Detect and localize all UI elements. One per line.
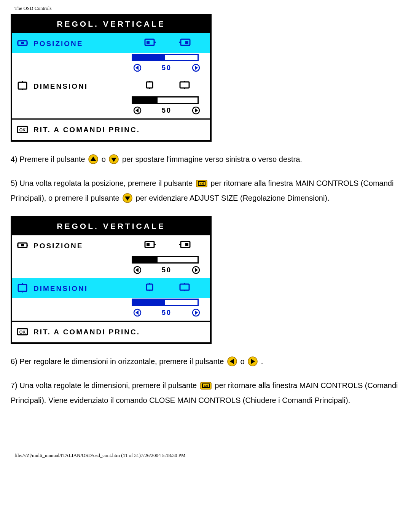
osd2-position-controls: 50 xyxy=(12,255,210,278)
step-7: 7) Una volta regolate le dimensioni, pre… xyxy=(11,379,400,407)
osd1-row-position: POSIZIONE xyxy=(12,33,210,53)
osd2-row-position: POSIZIONE xyxy=(12,235,210,255)
step-6: 6) Per regolare le dimensioni in orizzon… xyxy=(11,355,400,370)
osd1-position-value: 50 xyxy=(162,64,172,71)
right-button-icon xyxy=(248,356,258,370)
svg-text:ad: ad xyxy=(199,182,204,186)
page-footer-path: file:///Z|/multi_manual/ITALIAN/OSD/osd_… xyxy=(14,452,400,459)
osd2-position-label: POSIZIONE xyxy=(33,242,83,249)
up-button-icon xyxy=(88,154,98,168)
step-5: 5) Una volta regolata la posizione, prem… xyxy=(11,177,400,207)
ok-icon xyxy=(17,126,28,133)
osd1-footer-label: RIT. A COMANDI PRINC. xyxy=(33,126,140,133)
p6c: . xyxy=(261,357,263,366)
dim-narrow-icon xyxy=(144,80,154,89)
left-button-icon xyxy=(227,356,237,370)
down-button-icon xyxy=(109,154,119,168)
arrow-right-icon[interactable] xyxy=(192,106,200,115)
osd2-position-value: 50 xyxy=(162,267,172,273)
osd1-title: REGOL. VERTICALE xyxy=(12,15,210,33)
ok-button-icon: ad xyxy=(196,179,207,192)
osd1-position-label: POSIZIONE xyxy=(33,40,83,47)
osd1-dimensions-label: DIMENSIONI xyxy=(33,83,88,90)
osd1-dimensions-value: 50 xyxy=(162,107,172,114)
page-header: The OSD Controls xyxy=(14,5,400,11)
position-icon xyxy=(17,38,28,48)
position-icon xyxy=(17,241,28,251)
osd1-position-controls: 50 xyxy=(12,53,210,76)
p4a: 4) Premere il pulsante xyxy=(11,155,87,163)
dim-narrow-icon xyxy=(144,283,154,291)
osd2-dimensions-bar xyxy=(132,299,199,306)
osd-panel-1: REGOL. VERTICALE POSIZIONE xyxy=(11,14,212,142)
p7a: 7) Una volta regolate le dimensioni, pre… xyxy=(11,381,199,390)
osd1-position-bar xyxy=(132,54,199,61)
osd2-title: REGOL. VERTICALE xyxy=(12,217,210,235)
osd1-dimensions-controls: 50 xyxy=(12,96,210,118)
osd2-dimensions-controls: 50 xyxy=(12,298,210,321)
dimensions-icon xyxy=(17,81,28,91)
p6b: o xyxy=(240,357,247,366)
p5c: per evidenziare ADJUST SIZE (Regolazione… xyxy=(136,194,330,202)
ok-icon xyxy=(17,328,28,335)
pos-right-icon xyxy=(179,240,189,248)
osd2-dimensions-value: 50 xyxy=(162,309,172,316)
p6a: 6) Per regolare le dimensioni in orizzon… xyxy=(11,357,226,366)
dim-wide-icon xyxy=(179,283,189,291)
ok-button-icon: ad xyxy=(200,381,212,394)
osd-panel-2: REGOL. VERTICALE POSIZIONE 50 xyxy=(11,216,212,344)
p4c: per spostare l'immagine verso sinistra o… xyxy=(122,155,302,163)
p4b: o xyxy=(102,155,108,163)
arrow-left-icon[interactable] xyxy=(133,266,142,274)
osd2-position-bar xyxy=(132,256,199,264)
arrow-right-icon[interactable] xyxy=(192,308,200,317)
pos-right-icon xyxy=(179,38,189,46)
arrow-left-icon[interactable] xyxy=(133,308,142,317)
down-button-icon xyxy=(123,193,132,207)
dim-wide-icon xyxy=(179,80,189,89)
arrow-right-icon[interactable] xyxy=(192,266,200,274)
osd1-dimensions-bar xyxy=(132,96,199,104)
osd2-footer[interactable]: RIT. A COMANDI PRINC. xyxy=(12,322,210,342)
step-4: 4) Premere il pulsante o per spostare l'… xyxy=(11,153,400,168)
osd2-footer-label: RIT. A COMANDI PRINC. xyxy=(33,328,140,335)
dimensions-icon xyxy=(17,283,28,293)
osd2-dimensions-label: DIMENSIONI xyxy=(33,285,88,292)
osd1-row-dimensions: DIMENSIONI xyxy=(12,76,210,96)
pos-left-icon xyxy=(144,240,154,248)
pos-left-icon xyxy=(144,38,154,46)
svg-text:ad: ad xyxy=(204,384,208,388)
p5a: 5) Una volta regolata la posizione, prem… xyxy=(11,179,195,187)
osd1-footer[interactable]: RIT. A COMANDI PRINC. xyxy=(12,120,210,140)
osd2-row-dimensions: DIMENSIONI xyxy=(12,278,210,298)
arrow-left-icon[interactable] xyxy=(133,64,142,72)
arrow-right-icon[interactable] xyxy=(192,64,200,72)
arrow-left-icon[interactable] xyxy=(133,106,142,115)
